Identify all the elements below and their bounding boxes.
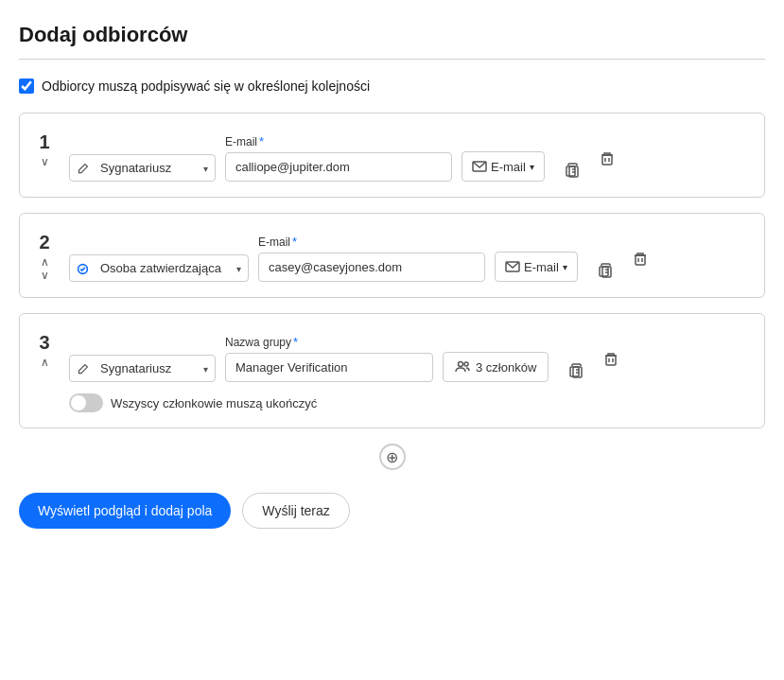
svg-rect-2 (566, 166, 575, 176)
step-up-button[interactable]: ∧ (37, 255, 53, 269)
type-field-group: Sygnatariusz▾ (69, 131, 216, 182)
card-content: Sygnatariusz▾Nazwa grupy * 3 członkówWsz… (69, 329, 749, 412)
ordering-label[interactable]: Odbiorcy muszą podpisywać się w określon… (42, 78, 370, 94)
required-star: * (293, 335, 298, 349)
recipient-card: 2∧∨Osoba zatwierdzająca▾E-mail * E-mail … (19, 213, 765, 298)
type-field-group: Osoba zatwierdzająca▾ (69, 232, 249, 282)
delivery-chevron-icon: ▾ (563, 262, 567, 272)
delivery-chevron-icon: ▾ (530, 162, 534, 172)
field-label: E-mail * (225, 134, 452, 148)
copy-settings-button[interactable] (566, 357, 588, 382)
step-col: 1∨ (20, 129, 69, 168)
required-star: * (259, 134, 264, 148)
preview-button[interactable]: Wyświetl podgląd i dodaj pola (19, 493, 231, 529)
recipient-card: 1∨Sygnatariusz▾E-mail * E-mail ▾ (19, 113, 765, 198)
action-icons (595, 235, 652, 282)
svg-rect-3 (602, 155, 612, 165)
copy-settings-button[interactable] (595, 257, 618, 282)
delivery-field-group: E-mail ▾ (462, 129, 545, 182)
email-input[interactable] (225, 152, 452, 182)
members-field-group: 3 członków (443, 329, 549, 382)
svg-point-13 (459, 362, 463, 367)
delivery-button[interactable]: E-mail ▾ (495, 252, 578, 282)
page-title: Dodaj odbiorców (19, 23, 765, 47)
field-label: Nazwa grupy * (225, 335, 433, 349)
type-select-wrapper: Sygnatariusz▾ (69, 154, 216, 182)
card-main-row: Sygnatariusz▾E-mail * E-mail ▾ (69, 129, 749, 182)
step-col: 2∧∨ (20, 229, 69, 282)
copy-settings-button[interactable] (562, 157, 584, 182)
svg-rect-17 (606, 356, 616, 365)
members-button[interactable]: 3 członków (443, 352, 549, 382)
recipients-container: 1∨Sygnatariusz▾E-mail * E-mail ▾2∧∨Osoba… (19, 113, 765, 428)
action-icons (562, 134, 618, 182)
group-name-input[interactable] (225, 353, 433, 382)
toggle-row: Wszyscy członkowie muszą ukończyć (69, 393, 749, 412)
footer-actions: Wyświetl podgląd i dodaj pola Wyślij ter… (19, 493, 765, 529)
type-select-wrapper: Sygnatariusz▾ (69, 355, 216, 382)
svg-rect-10 (636, 255, 645, 265)
ordering-checkbox[interactable] (19, 78, 34, 94)
add-recipient-button[interactable]: ⊕ (379, 444, 406, 470)
delete-recipient-button[interactable] (596, 146, 618, 170)
input-field-group: E-mail * (225, 134, 452, 182)
recipient-card: 3∧Sygnatariusz▾Nazwa grupy * 3 członkówW… (19, 313, 765, 428)
input-field-group: E-mail * (258, 235, 485, 282)
send-button[interactable]: Wyślij teraz (242, 493, 349, 529)
field-label: E-mail * (258, 235, 485, 249)
type-field-group: Sygnatariusz▾ (69, 332, 216, 382)
step-down-button[interactable]: ∨ (37, 155, 53, 168)
delivery-button[interactable]: E-mail ▾ (462, 151, 545, 182)
type-select[interactable]: Sygnatariusz (69, 355, 216, 382)
step-arrows: ∧∨ (37, 255, 53, 282)
step-col: 3∧ (20, 329, 69, 369)
action-icons (566, 335, 622, 382)
delete-recipient-button[interactable] (629, 246, 652, 270)
type-select[interactable]: Osoba zatwierdzająca (69, 254, 249, 282)
svg-rect-9 (600, 267, 608, 276)
card-content: Sygnatariusz▾E-mail * E-mail ▾ (69, 129, 749, 182)
step-up-button[interactable]: ∧ (37, 356, 53, 369)
step-down-button[interactable]: ∨ (37, 269, 53, 282)
svg-rect-16 (570, 367, 579, 376)
toggle-label: Wszyscy członkowie muszą ukończyć (111, 396, 317, 410)
input-field-group: Nazwa grupy * (225, 335, 433, 382)
complete-all-toggle[interactable] (69, 393, 103, 412)
step-number: 3 (39, 333, 49, 352)
step-arrows: ∨ (37, 155, 53, 168)
delete-recipient-button[interactable] (600, 346, 622, 371)
add-button-row: ⊕ (19, 444, 765, 470)
step-arrows: ∧ (37, 356, 53, 369)
type-select[interactable]: Sygnatariusz (69, 154, 216, 182)
email-input[interactable] (258, 253, 485, 282)
ordering-checkbox-row: Odbiorcy muszą podpisywać się w określon… (19, 78, 765, 94)
type-select-wrapper: Osoba zatwierdzająca▾ (69, 254, 249, 282)
svg-point-14 (464, 362, 468, 366)
delivery-field-group: E-mail ▾ (495, 229, 578, 282)
card-main-row: Sygnatariusz▾Nazwa grupy * 3 członków (69, 329, 749, 382)
required-star: * (292, 235, 297, 249)
step-number: 2 (39, 233, 49, 252)
title-divider (19, 59, 765, 60)
card-content: Osoba zatwierdzająca▾E-mail * E-mail ▾ (69, 229, 749, 282)
step-number: 1 (39, 132, 49, 151)
card-main-row: Osoba zatwierdzająca▾E-mail * E-mail ▾ (69, 229, 749, 282)
plus-icon: ⊕ (386, 448, 398, 466)
